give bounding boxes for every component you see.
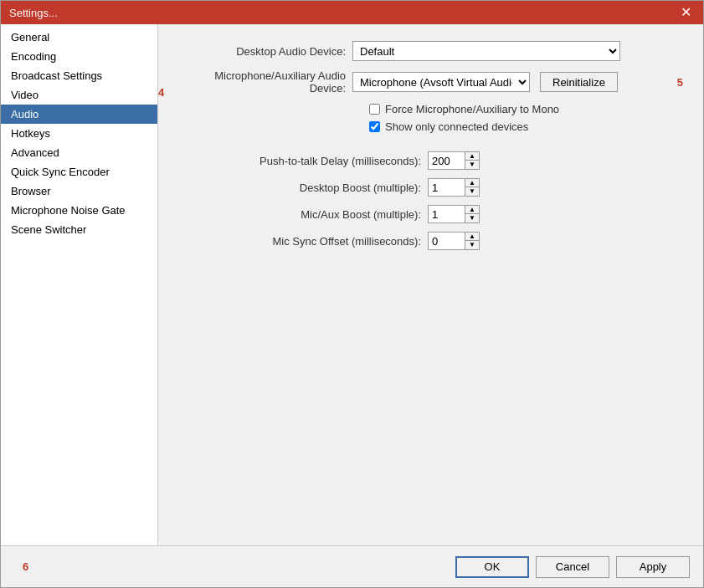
mic-aux-boost-input[interactable]: [428, 205, 465, 223]
mic-sync-arrows: ▲ ▼: [465, 232, 480, 250]
close-button[interactable]: ✕: [677, 6, 695, 19]
window-title: Settings...: [9, 7, 58, 19]
sidebar-item-browser[interactable]: Browser: [1, 182, 157, 201]
force-mono-checkbox[interactable]: [369, 104, 380, 115]
mic-audio-control: Microphone (Avsoft Virtual Audio Device)…: [352, 72, 672, 92]
desktop-audio-control: Default None: [352, 41, 683, 61]
sidebar-item-microphone-noise-gate[interactable]: Microphone Noise Gate: [1, 201, 157, 220]
sidebar-item-general[interactable]: General: [1, 28, 157, 47]
content-area: General Encoding Broadcast Settings Vide…: [1, 24, 703, 545]
push-to-talk-label: Push-to-talk Delay (milliseconds):: [178, 155, 421, 167]
push-to-talk-spinbox: ▲ ▼: [428, 151, 480, 170]
mic-sync-label: Mic Sync Offset (milliseconds):: [178, 235, 421, 248]
mic-aux-boost-spinbox: ▲ ▼: [428, 205, 480, 223]
mic-aux-boost-label: Mic/Aux Boost (multiple):: [178, 208, 421, 221]
sidebar-item-advanced[interactable]: Advanced: [1, 143, 157, 162]
sidebar-item-audio[interactable]: Audio: [1, 105, 157, 124]
push-to-talk-down[interactable]: ▼: [465, 161, 479, 169]
push-to-talk-control: ▲ ▼: [428, 151, 683, 170]
desktop-boost-down[interactable]: ▼: [465, 187, 479, 196]
desktop-boost-row: Desktop Boost (multiple): ▲ ▼: [178, 178, 683, 197]
apply-button[interactable]: Apply: [616, 556, 690, 578]
desktop-audio-label: Desktop Audio Device:: [178, 45, 346, 58]
sidebar-item-video[interactable]: Video: [1, 85, 157, 105]
mic-aux-boost-row: Mic/Aux Boost (multiple): ▲ ▼: [178, 205, 683, 223]
desktop-boost-control: ▲ ▼: [428, 178, 683, 197]
push-to-talk-arrows: ▲ ▼: [465, 151, 480, 170]
show-connected-checkbox[interactable]: [369, 121, 380, 132]
mic-aux-boost-arrows: ▲ ▼: [465, 205, 480, 223]
sidebar-item-encoding[interactable]: Encoding: [1, 47, 157, 66]
force-mono-row: Force Microphone/Auxiliary to Mono: [369, 103, 683, 115]
annotation-4: 4: [158, 86, 164, 99]
desktop-boost-input[interactable]: [428, 178, 465, 197]
desktop-boost-up[interactable]: ▲: [465, 179, 479, 187]
mic-sync-up[interactable]: ▲: [465, 233, 479, 241]
desktop-audio-row: Desktop Audio Device: Default None: [178, 41, 683, 61]
mic-aux-boost-up[interactable]: ▲: [465, 206, 479, 214]
mic-sync-control: ▲ ▼: [428, 232, 683, 250]
annotation-6: 6: [23, 560, 28, 573]
reinitialize-button[interactable]: Reinitialize: [540, 72, 618, 92]
sidebar-item-hotkeys[interactable]: Hotkeys: [1, 124, 157, 143]
desktop-boost-spinbox: ▲ ▼: [428, 178, 480, 197]
show-connected-row: Show only connected devices: [369, 120, 683, 133]
mic-sync-input[interactable]: [428, 232, 465, 250]
push-to-talk-input[interactable]: [428, 151, 465, 170]
cancel-button[interactable]: Cancel: [536, 556, 609, 578]
show-connected-label[interactable]: Show only connected devices: [385, 120, 528, 133]
push-to-talk-up[interactable]: ▲: [465, 152, 479, 161]
mic-audio-select[interactable]: Microphone (Avsoft Virtual Audio Device)…: [352, 72, 530, 92]
force-mono-label[interactable]: Force Microphone/Auxiliary to Mono: [385, 103, 559, 115]
mic-audio-label: Microphone/Auxiliary Audio Device:: [178, 69, 346, 95]
mic-sync-row: Mic Sync Offset (milliseconds): ▲ ▼: [178, 232, 683, 250]
desktop-boost-arrows: ▲ ▼: [465, 178, 480, 197]
mic-sync-down[interactable]: ▼: [465, 241, 479, 249]
annotation-5: 5: [677, 76, 683, 89]
footer: 6 OK Cancel Apply: [1, 545, 703, 587]
mic-sync-spinbox: ▲ ▼: [428, 232, 480, 250]
mic-aux-boost-control: ▲ ▼: [428, 205, 683, 223]
mic-aux-boost-down[interactable]: ▼: [465, 214, 479, 222]
main-content: Desktop Audio Device: Default None Micro…: [158, 24, 703, 545]
settings-window: Settings... ✕ General Encoding Broadcast…: [0, 0, 704, 588]
title-bar: Settings... ✕: [1, 1, 703, 24]
sidebar-item-quick-sync-encoder[interactable]: Quick Sync Encoder: [1, 162, 157, 182]
push-to-talk-row: Push-to-talk Delay (milliseconds): ▲ ▼: [178, 151, 683, 170]
sidebar: General Encoding Broadcast Settings Vide…: [1, 24, 158, 545]
desktop-boost-label: Desktop Boost (multiple):: [178, 182, 421, 194]
desktop-audio-select[interactable]: Default None: [352, 41, 620, 61]
sidebar-item-broadcast-settings[interactable]: Broadcast Settings: [1, 66, 157, 85]
mic-audio-row: Microphone/Auxiliary Audio Device: Micro…: [178, 69, 683, 95]
ok-button[interactable]: OK: [455, 556, 529, 578]
sidebar-item-scene-switcher[interactable]: Scene Switcher: [1, 220, 157, 239]
